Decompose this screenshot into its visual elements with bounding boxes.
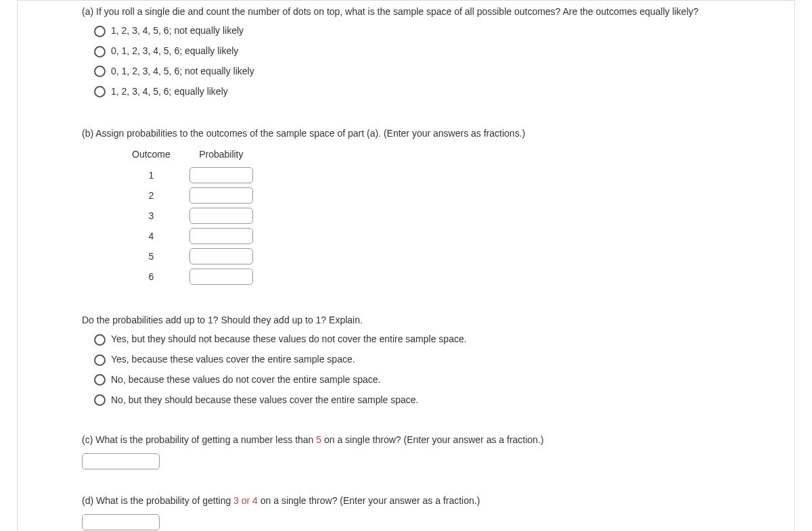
outcome-cell: 5 [122, 246, 180, 267]
probability-input-1[interactable] [189, 167, 253, 183]
followup-option-1[interactable]: Yes, because these values cover the enti… [94, 352, 730, 368]
probability-input-2[interactable] [189, 187, 253, 204]
probability-input-4[interactable] [189, 228, 253, 244]
table-row: 6 [122, 267, 263, 287]
table-row: 2 [122, 185, 263, 206]
part-c-prefix: (c) What is the probability of getting a… [82, 434, 316, 445]
probability-table: Outcome Probability 1 2 3 4 5 [122, 146, 263, 287]
header-outcome: Outcome [122, 146, 180, 165]
followup-option-3[interactable]: No, but they should because these values… [94, 392, 730, 409]
radio-icon[interactable] [94, 66, 106, 77]
part-d-suffix: on a single throw? (Enter your answer as… [258, 495, 480, 506]
part-b-prompt: (b) Assign probabilities to the outcomes… [82, 126, 730, 141]
radio-icon[interactable] [94, 26, 106, 37]
option-label: 1, 2, 3, 4, 5, 6; not equally likely [111, 23, 244, 39]
part-a-options: 1, 2, 3, 4, 5, 6; not equally likely 0, … [82, 23, 730, 99]
table-row: 5 [122, 246, 263, 267]
part-d-highlight: 3 or 4 [233, 495, 258, 506]
option-label: Yes, but they should not because these v… [111, 331, 467, 348]
option-label: 0, 1, 2, 3, 4, 5, 6; not equally likely [111, 64, 254, 80]
outcome-cell: 2 [122, 185, 180, 206]
radio-icon[interactable] [94, 394, 106, 406]
part-c-prompt: (c) What is the probability of getting a… [82, 432, 730, 447]
outcome-cell: 3 [122, 206, 180, 226]
option-label: 1, 2, 3, 4, 5, 6; equally likely [111, 84, 228, 100]
part-b-followup: Do the probabilities add up to 1? Should… [82, 313, 730, 327]
probability-input-5[interactable] [189, 248, 253, 264]
option-label: No, because these values do not cover th… [111, 372, 380, 388]
part-d: (d) What is the probability of getting 3… [82, 493, 730, 530]
table-row: 3 [122, 206, 263, 226]
part-a-option-3[interactable]: 1, 2, 3, 4, 5, 6; equally likely [94, 84, 730, 100]
option-label: 0, 1, 2, 3, 4, 5, 6; equally likely [111, 43, 238, 60]
table-row: 1 [122, 165, 263, 185]
probability-input-6[interactable] [189, 269, 253, 285]
part-c-suffix: on a single throw? (Enter your answer as… [321, 434, 543, 445]
part-c-input[interactable] [82, 453, 160, 469]
radio-icon[interactable] [94, 334, 106, 346]
part-a-prompt: (a) If you roll a single die and count t… [82, 4, 730, 19]
part-a-option-2[interactable]: 0, 1, 2, 3, 4, 5, 6; not equally likely [94, 64, 730, 80]
part-d-prompt: (d) What is the probability of getting 3… [82, 493, 730, 508]
part-d-input[interactable] [82, 514, 160, 530]
outcome-cell: 4 [122, 226, 180, 246]
option-label: Yes, because these values cover the enti… [111, 352, 355, 368]
followup-option-2[interactable]: No, because these values do not cover th… [94, 372, 730, 388]
part-c: (c) What is the probability of getting a… [82, 432, 730, 469]
probability-input-3[interactable] [189, 208, 253, 224]
part-a-option-0[interactable]: 1, 2, 3, 4, 5, 6; not equally likely [94, 23, 730, 39]
part-d-prefix: (d) What is the probability of getting [82, 495, 233, 506]
part-c-highlight: 5 [316, 434, 321, 445]
option-label: No, but they should because these values… [111, 392, 419, 409]
header-probability: Probability [180, 146, 263, 165]
radio-icon[interactable] [94, 86, 106, 97]
radio-icon[interactable] [94, 46, 106, 57]
radio-icon[interactable] [94, 374, 106, 386]
part-a-option-1[interactable]: 0, 1, 2, 3, 4, 5, 6; equally likely [94, 43, 730, 60]
outcome-cell: 1 [122, 165, 180, 185]
question-container: (a) If you roll a single die and count t… [17, 0, 795, 531]
table-row: 4 [122, 226, 263, 246]
radio-icon[interactable] [94, 354, 106, 366]
part-b-followup-options: Yes, but they should not because these v… [82, 331, 730, 408]
outcome-cell: 6 [122, 267, 180, 287]
followup-option-0[interactable]: Yes, but they should not because these v… [94, 331, 730, 348]
